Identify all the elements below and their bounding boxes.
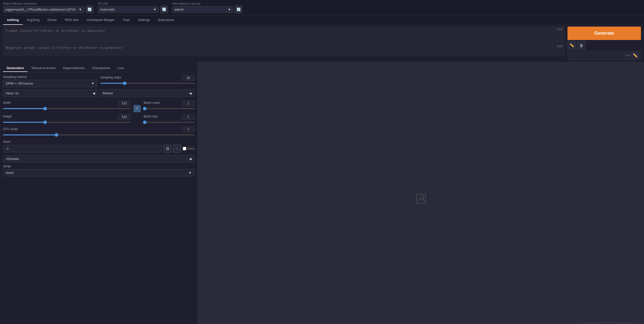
right-generate-panel: Generate ✏️ 🗑 ✕▼ ✏️: [567, 27, 641, 60]
width-value[interactable]: 512: [118, 100, 131, 106]
batch-size-value[interactable]: 1: [182, 114, 194, 120]
seed-extra-checkbox[interactable]: [183, 147, 186, 150]
swap-dimensions-btn[interactable]: ⇅: [134, 105, 141, 112]
toolbar-arrow-btn[interactable]: ↖: [629, 322, 638, 324]
sampling-method-select[interactable]: DPM++ 2M Karras ▼: [3, 80, 97, 87]
positive-prompt-counter: 0/75: [553, 27, 565, 43]
batch-count-label: Batch count: [144, 101, 160, 105]
prompts-area: 0/75 0/75: [3, 27, 565, 60]
seed-group: Seed ♻ ↑ Extra: [3, 140, 194, 153]
sampling-method-group: Sampling method DPM++ 2M Karras ▼: [3, 75, 97, 87]
sampling-method-label: Sampling method: [3, 75, 97, 79]
toolbar-undo-btn[interactable]: ↩: [598, 322, 608, 324]
action-row: ✏️ 🗑: [567, 41, 641, 50]
toolbar-view-btn[interactable]: 🖼: [609, 322, 618, 324]
height-group: Height 512: [3, 114, 131, 125]
network-refresh-btn[interactable]: 🔄: [235, 6, 242, 13]
batch-count-value[interactable]: 1: [182, 100, 194, 106]
toolbar-lightning-btn[interactable]: ⚡: [619, 322, 628, 324]
width-batch-row: Width 512 ⇅ Batch count 1: [3, 100, 194, 112]
checkpoint-refresh-btn[interactable]: 🔄: [86, 6, 93, 13]
style-edit-btn[interactable]: ✏️: [632, 52, 639, 59]
cfg-scale-group: CFG Scale 7: [3, 127, 194, 137]
height-value[interactable]: 512: [118, 114, 131, 120]
svg-point-1: [422, 196, 424, 198]
canvas-panel: 📁 🖼 ↩ 🖼 ⚡ ↖ CSDN @平-: [198, 62, 644, 324]
generate-button[interactable]: Generate: [567, 27, 641, 40]
script-group: Script None ▼: [3, 165, 194, 176]
sampling-steps-group: Sampling steps 20: [100, 75, 195, 87]
toolbar-image-btn[interactable]: 🖼: [588, 322, 597, 324]
sub-tab-textual-inversion[interactable]: Textual Inversion: [28, 65, 60, 72]
sub-tab-lora[interactable]: Lora: [114, 65, 127, 72]
hires-refiner-row: Hires. fix ◀ Refiner ◀: [3, 90, 194, 98]
tab-png-info[interactable]: PNG Info: [61, 15, 82, 25]
sampling-steps-slider[interactable]: [100, 81, 195, 86]
sub-tab-hypernetworks[interactable]: Hypernetworks: [59, 65, 88, 72]
checkpoint-section: Stable Diffusion checkpoint juggernautXL…: [3, 2, 93, 13]
adetailer-header[interactable]: ADetailer ◀: [3, 155, 194, 163]
top-bar: Stable Diffusion checkpoint juggernautXL…: [0, 0, 644, 15]
cfg-scale-value[interactable]: 7: [182, 127, 194, 132]
batch-size-label: Batch size: [144, 115, 158, 118]
vae-refresh-btn[interactable]: 🔄: [160, 6, 168, 13]
main-layout: Generation Textual Inversion Hypernetwor…: [0, 62, 644, 324]
sampling-steps-label: Sampling steps: [100, 76, 121, 79]
checkpoint-select[interactable]: juggernautXL_v7Rundiffusion.safetensors …: [3, 6, 84, 13]
edit-icon-btn[interactable]: ✏️: [567, 41, 576, 50]
tab-train[interactable]: Train: [119, 15, 134, 25]
tab-extras[interactable]: Extras: [43, 15, 61, 25]
tab-extensions[interactable]: Extensions: [154, 15, 178, 25]
refiner-header[interactable]: Refiner ◀: [100, 90, 195, 97]
canvas-placeholder: [198, 62, 644, 324]
toolbar-folder-btn[interactable]: 📁: [578, 322, 587, 324]
height-batchsize-row: Height 512 Batch size 1: [3, 114, 194, 125]
seed-label: Seed: [3, 140, 194, 144]
positive-prompt-input[interactable]: [3, 27, 553, 43]
sub-tab-checkpoints[interactable]: Checkpoints: [88, 65, 114, 72]
network-label: Add network to prompt: [172, 2, 242, 5]
seed-dice-btn[interactable]: ↑: [173, 145, 181, 153]
batch-size-slider[interactable]: [144, 120, 194, 125]
width-label: Width: [3, 101, 11, 105]
style-row: ✕▼ ✏️: [567, 51, 641, 60]
script-select[interactable]: None ▼: [3, 169, 194, 176]
sampling-steps-value[interactable]: 20: [182, 75, 194, 81]
trash-icon-btn[interactable]: 🗑: [577, 41, 586, 50]
seed-row: ♻ ↑ Extra: [3, 145, 194, 153]
tab-settings[interactable]: Settings: [134, 15, 154, 25]
width-slider[interactable]: [3, 106, 131, 111]
negative-prompt-counter: 0/75: [553, 44, 565, 56]
script-label: Script: [3, 165, 194, 168]
svg-rect-0: [416, 194, 426, 203]
width-group: Width 512: [3, 100, 131, 112]
vae-section: SD VAE Automatic ▼ 🔄: [98, 2, 168, 13]
network-select[interactable]: advntr ▼: [172, 6, 233, 13]
seed-recycle-btn[interactable]: ♻: [163, 145, 172, 153]
cfg-scale-slider[interactable]: [3, 132, 194, 137]
sampling-row: Sampling method DPM++ 2M Karras ▼ Sampli…: [3, 75, 194, 90]
hires-fix-header[interactable]: Hires. fix ◀: [3, 90, 98, 97]
negative-prompt-row: 0/75: [3, 44, 565, 56]
tab-checkpoint-merger[interactable]: Checkpoint Merger: [83, 15, 119, 25]
batch-size-group: Batch size 1: [144, 114, 194, 125]
tab-txt2img[interactable]: txt2img: [3, 15, 23, 25]
seed-input[interactable]: [3, 145, 162, 152]
checkpoint-label: Stable Diffusion checkpoint: [3, 2, 93, 5]
tab-img2img[interactable]: img2img: [23, 15, 43, 25]
batch-count-slider[interactable]: [144, 106, 194, 111]
bottom-toolbar: 📁 🖼 ↩ 🖼 ⚡ ↖: [578, 322, 638, 324]
sub-tab-generation[interactable]: Generation: [3, 65, 28, 72]
height-slider[interactable]: [3, 120, 131, 125]
negative-prompt-input[interactable]: [3, 44, 553, 56]
vae-label: SD VAE: [98, 2, 168, 5]
vae-select[interactable]: Automatic ▼: [98, 6, 159, 13]
positive-prompt-row: 0/75: [3, 27, 565, 43]
left-panel: Generation Textual Inversion Hypernetwor…: [0, 62, 198, 324]
seed-extra-label: Extra: [183, 147, 194, 150]
main-tabs: txt2img img2img Extras PNG Info Checkpoi…: [0, 15, 644, 25]
sub-tabs: Generation Textual Inversion Hypernetwor…: [3, 65, 194, 72]
batch-count-group: Batch count 1: [144, 100, 194, 112]
height-label: Height: [3, 115, 12, 118]
prompt-generate-area: 0/75 0/75 Generate ✏️ 🗑 ✕▼ ✏️: [0, 25, 644, 62]
